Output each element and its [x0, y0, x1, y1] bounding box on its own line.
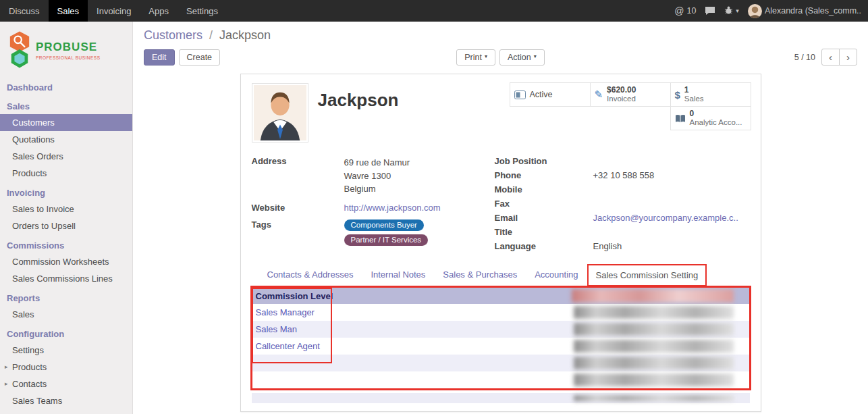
sidebar-item-customers[interactable]: Customers	[0, 114, 132, 131]
control-panel: Customers / Jackpson Edit Create Print ▾…	[133, 22, 868, 72]
action-dropdown-button[interactable]: Action ▾	[499, 49, 545, 66]
sidebar-item-sales-to-invoice[interactable]: Sales to Invoice	[0, 201, 132, 217]
page-layout: PROBUSE PROFESSIONAL BUSINESS Dashboard …	[0, 22, 868, 414]
sales-stat-button[interactable]: $ 1 Sales	[670, 82, 751, 107]
sidebar-item-quotations[interactable]: Quotations	[0, 131, 132, 148]
action-buttons: Print ▾ Action ▾	[456, 49, 544, 66]
active-toggle-icon	[514, 90, 526, 99]
menu-sales[interactable]: Sales	[49, 0, 88, 22]
table-row-sales-manager[interactable]: Sales Manager	[252, 304, 750, 321]
mentions-button[interactable]: @ 10	[674, 5, 696, 16]
sidebar-section-configuration[interactable]: Configuration	[0, 326, 132, 342]
commission-level-cell[interactable]: Sales Manager	[256, 307, 315, 317]
debug-menu-button[interactable]: ▾	[724, 5, 739, 16]
email-label: Email	[495, 213, 593, 224]
sidebar-item-sales-commission-levels[interactable]: Sales Commission Levels	[0, 409, 132, 414]
mobile-field: Mobile	[495, 184, 750, 196]
sidebar-item-sales-orders[interactable]: Sales Orders	[0, 148, 132, 165]
user-name: Alexandra (Sales_comm..	[765, 6, 861, 16]
redacted-cell-content	[574, 340, 734, 353]
breadcrumb: Customers / Jackpson	[144, 28, 857, 43]
probuse-logo[interactable]: PROBUSE PROFESSIONAL BUSINESS	[0, 22, 132, 76]
table-gap	[252, 388, 750, 393]
pager: ‹ ›	[821, 49, 857, 66]
menu-settings[interactable]: Settings	[178, 0, 227, 22]
analytic-stat-button[interactable]: 0 Analytic Acco...	[670, 106, 751, 130]
logo-tagline: PROFESSIONAL BUSINESS	[36, 55, 101, 60]
table-empty-row	[252, 371, 750, 388]
dollar-icon: $	[675, 89, 680, 101]
table-empty-row	[252, 355, 750, 371]
commission-level-cell[interactable]: Sales Man	[256, 324, 297, 334]
breadcrumb-customers-link[interactable]: Customers	[144, 28, 202, 42]
sidebar-item-reports-sales[interactable]: Sales	[0, 306, 132, 323]
sidebar-item-sales-commissions-lines[interactable]: Sales Commissions Lines	[0, 270, 132, 287]
tab-sales-commission-setting[interactable]: Sales Commission Setting	[587, 264, 707, 286]
messages-icon[interactable]	[705, 6, 715, 16]
content-area: Jackpson Active ✎ $620.00 Invoiced	[133, 72, 868, 414]
address-field: Address 69 rue de Namur Wavre 1300 Belgi…	[252, 156, 495, 196]
sidebar-item-label: Contacts	[12, 379, 47, 389]
tab-sales-purchases[interactable]: Sales & Purchases	[434, 263, 526, 286]
tag-components-buyer[interactable]: Components Buyer	[344, 219, 424, 231]
email-link[interactable]: Jackpson@yourcompany.example.c..	[593, 213, 738, 224]
redacted-cell-content	[574, 357, 734, 369]
expand-caret-icon[interactable]: ▸	[5, 363, 8, 370]
table-header-row[interactable]: Commission Level	[252, 288, 750, 304]
language-field: Language English	[495, 241, 750, 253]
customer-photo[interactable]	[252, 83, 308, 143]
sidebar-section-sales[interactable]: Sales	[0, 98, 132, 114]
main-panel: Customers / Jackpson Edit Create Print ▾…	[133, 22, 868, 414]
sidebar-item-sales-teams[interactable]: Sales Teams	[0, 392, 132, 409]
user-avatar	[748, 4, 762, 18]
table-row-callcenter-agent[interactable]: Callcenter Agent	[252, 338, 750, 355]
print-dropdown-button[interactable]: Print ▾	[456, 49, 495, 66]
sidebar-item-orders-to-upsell[interactable]: Orders to Upsell	[0, 217, 132, 234]
tab-accounting[interactable]: Accounting	[526, 263, 587, 286]
sidebar-section-dashboard[interactable]: Dashboard	[0, 79, 132, 95]
address-line: Wavre 1300	[344, 170, 410, 183]
tags-label: Tags	[252, 219, 344, 246]
sidebar-section-commissions[interactable]: Commissions	[0, 237, 132, 253]
sidebar-section-invoicing[interactable]: Invoicing	[0, 184, 132, 201]
notebook-tabs: Contacts & Addresses Internal Notes Sale…	[252, 263, 750, 286]
tab-internal-notes[interactable]: Internal Notes	[362, 263, 434, 286]
sidebar-item-products[interactable]: Products	[0, 165, 132, 182]
sidebar-item-config-products[interactable]: ▸ Products	[0, 359, 132, 376]
invoiced-label: Invoiced	[607, 95, 636, 104]
active-stat-button[interactable]: Active	[510, 82, 591, 107]
commission-level-cell[interactable]: Callcenter Agent	[256, 341, 320, 351]
caret-down-icon: ▾	[534, 53, 537, 59]
redacted-cell-content	[574, 395, 734, 401]
sidebar-section-reports[interactable]: Reports	[0, 290, 132, 306]
sidebar-item-config-contacts[interactable]: ▸ Contacts	[0, 376, 132, 392]
tab-contacts-addresses[interactable]: Contacts & Addresses	[259, 263, 362, 286]
menu-invoicing[interactable]: Invoicing	[88, 0, 140, 22]
mention-at-icon: @	[674, 5, 684, 16]
pager-previous-button[interactable]: ‹	[821, 49, 840, 66]
expand-caret-icon[interactable]: ▸	[5, 380, 8, 387]
column-header-commission-level[interactable]: Commission Level	[256, 291, 333, 301]
control-panel-buttons-row: Edit Create Print ▾ Action ▾ 5 / 10	[144, 49, 857, 66]
caret-down-icon: ▾	[736, 7, 739, 14]
invoiced-stat-button[interactable]: ✎ $620.00 Invoiced	[590, 82, 671, 107]
mobile-label: Mobile	[495, 184, 593, 196]
invoiced-value: $620.00	[607, 85, 636, 95]
job-position-field: Job Position	[495, 156, 750, 167]
sidebar-item-commission-worksheets[interactable]: Commission Worksheets	[0, 253, 132, 270]
website-link[interactable]: http://www.jackpson.com	[344, 203, 441, 214]
sidebar-item-settings[interactable]: Settings	[0, 342, 132, 359]
commission-table: Commission Level Sales Manager Sales Man…	[252, 288, 750, 388]
address-line: Belgium	[344, 182, 410, 196]
breadcrumb-current: Jackpson	[219, 28, 271, 42]
tag-partner-it-services[interactable]: Partner / IT Services	[344, 234, 429, 246]
table-row-sales-man[interactable]: Sales Man	[252, 321, 750, 338]
menu-apps[interactable]: Apps	[140, 0, 178, 22]
job-position-label: Job Position	[495, 156, 593, 167]
user-menu[interactable]: Alexandra (Sales_comm..	[748, 4, 861, 18]
edit-button[interactable]: Edit	[144, 49, 175, 66]
bug-icon	[724, 5, 733, 16]
menu-discuss[interactable]: Discuss	[0, 0, 49, 22]
pager-next-button[interactable]: ›	[839, 49, 857, 66]
create-button[interactable]: Create	[179, 49, 221, 66]
